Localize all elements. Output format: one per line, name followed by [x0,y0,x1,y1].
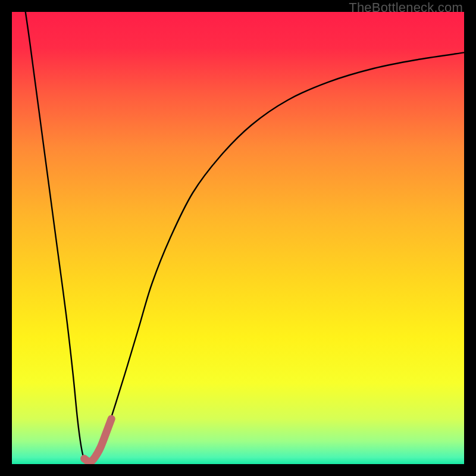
chart-frame: TheBottleneck.com [0,0,476,476]
gradient-background [12,12,464,464]
watermark-label: TheBottleneck.com [349,0,463,15]
chart-svg [12,12,464,464]
plot-area [12,12,464,464]
